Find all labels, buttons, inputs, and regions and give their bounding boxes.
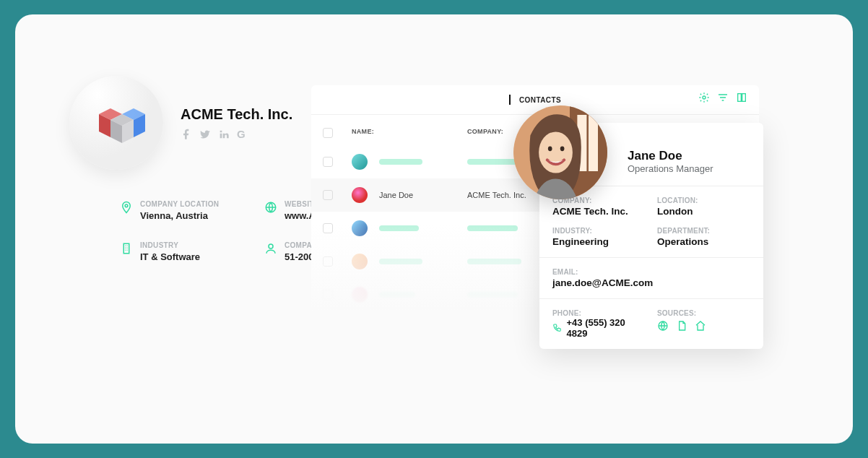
filter-icon[interactable] [717, 92, 729, 103]
detail-phone: PHONE: +43 (555) 320 4829 [552, 309, 646, 339]
detail-email: EMAIL: jane.doe@ACME.com [552, 268, 750, 288]
linkedin-icon[interactable] [218, 129, 230, 140]
svg-rect-10 [589, 115, 598, 171]
source-home-icon[interactable] [695, 320, 706, 332]
contacts-tab[interactable]: CONTACTS [311, 85, 759, 114]
detail-department: DEPARTMENT: Operations [657, 227, 750, 247]
facebook-icon[interactable] [181, 129, 192, 140]
contact-detail-card: Jane Doe Operations Manager COMPANY: ACM… [539, 123, 763, 349]
detail-industry: INDUSTRY: Engineering [552, 227, 646, 247]
twitter-icon[interactable] [199, 129, 211, 140]
company-logo [69, 76, 163, 170]
google-icon[interactable]: G [237, 129, 248, 140]
phone-icon [552, 323, 562, 333]
meta-location: COMPANY LOCATION Vienna, Austria [120, 200, 250, 221]
person-icon [264, 242, 277, 258]
building-icon [120, 242, 133, 258]
columns-icon[interactable] [736, 92, 747, 103]
col-name[interactable]: NAME: [352, 128, 467, 138]
pin-icon [120, 201, 133, 217]
source-globe-icon[interactable] [657, 320, 669, 332]
contact-avatar [513, 105, 607, 199]
globe-icon [264, 201, 277, 217]
contact-name: Jane Doe [628, 149, 750, 163]
source-file-icon[interactable] [676, 320, 687, 332]
svg-point-4 [703, 96, 706, 99]
meta-industry: INDUSTRY IT & Software [120, 241, 250, 262]
svg-rect-5 [738, 94, 742, 102]
social-links: G [181, 129, 292, 140]
gear-icon[interactable] [698, 92, 710, 103]
company-name: ACME Tech. Inc. [181, 106, 292, 123]
svg-point-13 [548, 146, 552, 151]
svg-rect-6 [742, 94, 746, 102]
contact-title: Operations Manager [628, 163, 750, 174]
detail-company: COMPANY: ACME Tech. Inc. [552, 196, 646, 217]
svg-point-14 [560, 146, 565, 151]
app-card: ACME Tech. Inc. G COMPANY LOCATION Vienn… [15, 14, 853, 444]
svg-rect-2 [123, 243, 129, 254]
svg-point-0 [125, 204, 128, 207]
detail-sources: SOURCES: [657, 309, 750, 339]
svg-point-3 [269, 244, 273, 249]
svg-point-12 [539, 131, 573, 173]
detail-location: LOCATION: London [657, 196, 750, 217]
